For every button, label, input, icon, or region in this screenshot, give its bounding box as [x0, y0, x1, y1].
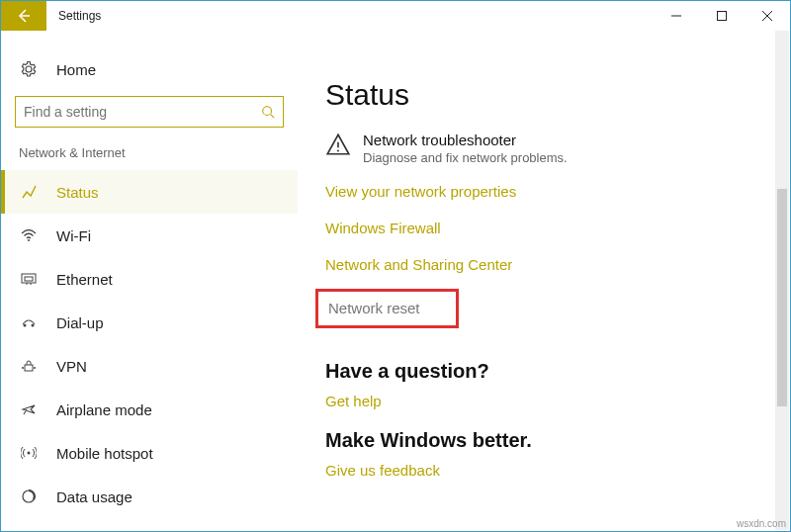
- settings-window: Settings Home: [0, 0, 791, 532]
- close-icon: [762, 11, 772, 21]
- nav-item-dialup[interactable]: Dial-up: [1, 301, 298, 344]
- troubleshooter-text: Network troubleshooter Diagnose and fix …: [363, 132, 568, 165]
- svg-point-8: [22, 367, 24, 369]
- troubleshooter-subtitle: Diagnose and fix network problems.: [363, 150, 568, 165]
- svg-rect-4: [25, 277, 33, 281]
- nav-item-vpn[interactable]: VPN: [1, 344, 298, 388]
- back-button[interactable]: [1, 1, 46, 31]
- svg-rect-0: [718, 12, 727, 21]
- link-sharing-center[interactable]: Network and Sharing Center: [325, 256, 762, 273]
- nav-item-ethernet[interactable]: Ethernet: [1, 257, 298, 301]
- minimize-button[interactable]: [654, 1, 699, 31]
- link-feedback[interactable]: Give us feedback: [325, 462, 762, 479]
- svg-rect-7: [25, 365, 33, 371]
- section-header: Network & Internet: [1, 145, 298, 170]
- scrollbar-thumb[interactable]: [777, 189, 787, 406]
- window-controls: [654, 1, 790, 31]
- link-get-help[interactable]: Get help: [325, 393, 762, 409]
- svg-point-5: [24, 324, 27, 327]
- link-view-properties[interactable]: View your network properties: [325, 183, 762, 200]
- warning-icon: [325, 132, 353, 157]
- troubleshooter-row[interactable]: Network troubleshooter Diagnose and fix …: [325, 132, 762, 165]
- nav-label: Mobile hotspot: [56, 445, 153, 462]
- home-label: Home: [56, 61, 96, 78]
- nav-item-wifi[interactable]: Wi-Fi: [1, 214, 298, 257]
- search-icon: [261, 105, 275, 119]
- nav-label: Status: [56, 184, 99, 201]
- troubleshooter-title: Network troubleshooter: [363, 132, 568, 148]
- nav-label: Ethernet: [56, 271, 113, 288]
- gear-icon: [19, 60, 39, 78]
- ethernet-icon: [19, 271, 39, 287]
- svg-point-12: [337, 150, 339, 152]
- titlebar: Settings: [1, 1, 790, 31]
- vpn-icon: [19, 358, 39, 374]
- page-title: Status: [325, 78, 762, 112]
- sidebar: Home Network & Internet Status Wi-Fi: [1, 31, 298, 531]
- scrollbar-track[interactable]: [775, 31, 789, 530]
- hotspot-icon: [19, 445, 39, 461]
- maximize-button[interactable]: [699, 1, 745, 31]
- link-network-reset[interactable]: Network reset: [328, 300, 420, 316]
- content: Status Network troubleshooter Diagnose a…: [298, 31, 790, 531]
- home-button[interactable]: Home: [1, 54, 298, 84]
- maximize-icon: [717, 11, 727, 21]
- nav-item-status[interactable]: Status: [1, 170, 298, 214]
- search-input[interactable]: [24, 104, 261, 120]
- svg-point-10: [28, 452, 31, 455]
- back-arrow-icon: [16, 8, 32, 24]
- data-usage-icon: [19, 488, 39, 504]
- nav-item-datausage[interactable]: Data usage: [1, 475, 298, 518]
- dialup-icon: [19, 314, 39, 330]
- nav-label: VPN: [56, 358, 87, 375]
- minimize-icon: [671, 11, 681, 21]
- svg-point-2: [28, 239, 30, 241]
- nav-label: Dial-up: [56, 314, 104, 331]
- svg-point-9: [34, 367, 36, 369]
- close-button[interactable]: [745, 1, 790, 31]
- status-icon: [19, 184, 39, 200]
- link-firewall[interactable]: Windows Firewall: [325, 220, 762, 236]
- nav-item-airplane[interactable]: Airplane mode: [1, 388, 298, 431]
- watermark: wsxdn.com: [737, 518, 786, 529]
- highlight-box: Network reset: [315, 289, 459, 328]
- airplane-icon: [19, 401, 39, 417]
- search-box[interactable]: [15, 96, 284, 128]
- nav-label: Wi-Fi: [56, 227, 91, 244]
- svg-point-1: [263, 107, 272, 116]
- window-title: Settings: [58, 9, 101, 23]
- better-heading: Make Windows better.: [325, 429, 762, 452]
- svg-point-6: [32, 324, 35, 327]
- question-heading: Have a question?: [325, 360, 762, 383]
- nav-item-hotspot[interactable]: Mobile hotspot: [1, 431, 298, 475]
- nav-label: Airplane mode: [56, 401, 152, 418]
- body: Home Network & Internet Status Wi-Fi: [1, 31, 790, 531]
- nav-label: Data usage: [56, 488, 132, 505]
- wifi-icon: [19, 227, 39, 243]
- svg-rect-3: [22, 274, 36, 283]
